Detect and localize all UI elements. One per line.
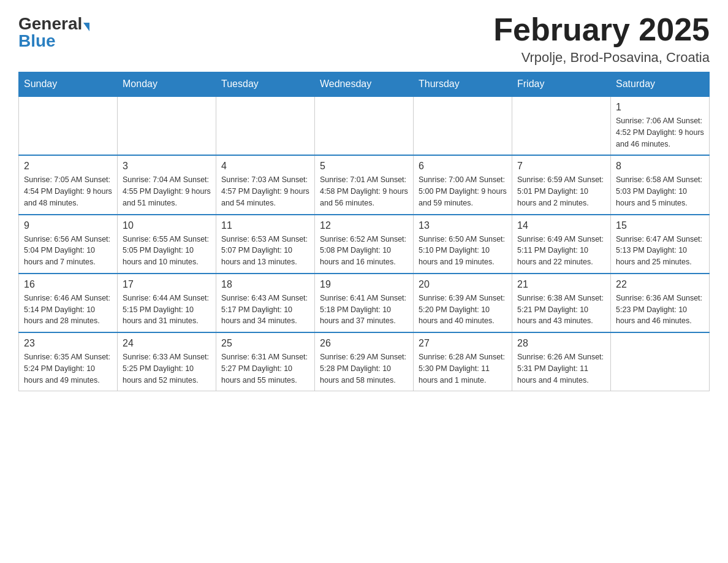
- day-info: Sunrise: 7:06 AM Sunset: 4:52 PM Dayligh…: [616, 115, 704, 150]
- day-number: 9: [24, 220, 112, 231]
- day-info: Sunrise: 6:59 AM Sunset: 5:01 PM Dayligh…: [517, 174, 605, 209]
- calendar-cell: 18Sunrise: 6:43 AM Sunset: 5:17 PM Dayli…: [216, 274, 315, 332]
- day-info: Sunrise: 6:41 AM Sunset: 5:18 PM Dayligh…: [320, 293, 408, 327]
- logo-blue-text: Blue: [18, 31, 56, 50]
- calendar-cell: 2Sunrise: 7:05 AM Sunset: 4:54 PM Daylig…: [19, 155, 118, 214]
- day-number: 19: [320, 279, 408, 290]
- calendar-cell: 20Sunrise: 6:39 AM Sunset: 5:20 PM Dayli…: [414, 274, 512, 332]
- calendar-cell: 5Sunrise: 7:01 AM Sunset: 4:58 PM Daylig…: [315, 155, 414, 214]
- day-number: 6: [419, 161, 507, 172]
- day-number: 1: [616, 102, 704, 113]
- day-number: 13: [419, 220, 507, 231]
- calendar-cell: 16Sunrise: 6:46 AM Sunset: 5:14 PM Dayli…: [19, 274, 118, 332]
- calendar-week-row: 1Sunrise: 7:06 AM Sunset: 4:52 PM Daylig…: [19, 96, 710, 155]
- day-info: Sunrise: 7:04 AM Sunset: 4:55 PM Dayligh…: [123, 174, 211, 209]
- calendar-cell: 7Sunrise: 6:59 AM Sunset: 5:01 PM Daylig…: [512, 155, 611, 214]
- calendar-cell: [414, 96, 512, 155]
- weekday-header: Saturday: [611, 72, 710, 97]
- calendar-cell: 3Sunrise: 7:04 AM Sunset: 4:55 PM Daylig…: [118, 155, 216, 214]
- day-number: 5: [320, 161, 408, 172]
- day-info: Sunrise: 6:53 AM Sunset: 5:07 PM Dayligh…: [221, 234, 309, 268]
- day-info: Sunrise: 6:46 AM Sunset: 5:14 PM Dayligh…: [24, 293, 112, 327]
- day-info: Sunrise: 6:36 AM Sunset: 5:23 PM Dayligh…: [616, 293, 704, 327]
- calendar-cell: 14Sunrise: 6:49 AM Sunset: 5:11 PM Dayli…: [512, 215, 611, 274]
- calendar-cell: [512, 96, 611, 155]
- calendar-cell: 6Sunrise: 7:00 AM Sunset: 5:00 PM Daylig…: [414, 155, 512, 214]
- day-number: 28: [517, 338, 605, 349]
- day-number: 15: [616, 220, 704, 231]
- day-info: Sunrise: 7:03 AM Sunset: 4:57 PM Dayligh…: [221, 174, 309, 209]
- weekday-header: Tuesday: [216, 72, 315, 97]
- day-number: 24: [123, 338, 211, 349]
- calendar-week-row: 16Sunrise: 6:46 AM Sunset: 5:14 PM Dayli…: [19, 274, 710, 332]
- day-info: Sunrise: 6:26 AM Sunset: 5:31 PM Dayligh…: [517, 351, 605, 386]
- calendar-header-row: SundayMondayTuesdayWednesdayThursdayFrid…: [19, 72, 710, 97]
- day-number: 16: [24, 279, 112, 290]
- day-number: 26: [320, 338, 408, 349]
- calendar-cell: 23Sunrise: 6:35 AM Sunset: 5:24 PM Dayli…: [19, 332, 118, 391]
- day-number: 14: [517, 220, 605, 231]
- logo-triangle-icon: [83, 23, 89, 31]
- day-number: 3: [123, 161, 211, 172]
- day-number: 10: [123, 220, 211, 231]
- calendar-cell: 4Sunrise: 7:03 AM Sunset: 4:57 PM Daylig…: [216, 155, 315, 214]
- calendar-cell: 15Sunrise: 6:47 AM Sunset: 5:13 PM Dayli…: [611, 215, 710, 274]
- title-block: February 2025 Vrpolje, Brod-Posavina, Cr…: [493, 12, 710, 66]
- day-number: 25: [221, 338, 309, 349]
- day-number: 27: [419, 338, 507, 349]
- weekday-header: Sunday: [19, 72, 118, 97]
- calendar-cell: 17Sunrise: 6:44 AM Sunset: 5:15 PM Dayli…: [118, 274, 216, 332]
- day-info: Sunrise: 6:49 AM Sunset: 5:11 PM Dayligh…: [517, 234, 605, 268]
- day-info: Sunrise: 7:01 AM Sunset: 4:58 PM Dayligh…: [320, 174, 408, 209]
- calendar-cell: 27Sunrise: 6:28 AM Sunset: 5:30 PM Dayli…: [414, 332, 512, 391]
- day-info: Sunrise: 6:31 AM Sunset: 5:27 PM Dayligh…: [221, 351, 309, 386]
- day-info: Sunrise: 6:50 AM Sunset: 5:10 PM Dayligh…: [419, 234, 507, 268]
- day-info: Sunrise: 6:29 AM Sunset: 5:28 PM Dayligh…: [320, 351, 408, 386]
- day-number: 2: [24, 161, 112, 172]
- logo-general-text: General: [18, 14, 82, 33]
- calendar-cell: 8Sunrise: 6:58 AM Sunset: 5:03 PM Daylig…: [611, 155, 710, 214]
- day-info: Sunrise: 6:56 AM Sunset: 5:04 PM Dayligh…: [24, 234, 112, 268]
- weekday-header: Thursday: [414, 72, 512, 97]
- day-number: 20: [419, 279, 507, 290]
- day-info: Sunrise: 6:55 AM Sunset: 5:05 PM Dayligh…: [123, 234, 211, 268]
- day-number: 17: [123, 279, 211, 290]
- calendar-cell: [216, 96, 315, 155]
- calendar-cell: 1Sunrise: 7:06 AM Sunset: 4:52 PM Daylig…: [611, 96, 710, 155]
- logo-blue-row: Blue: [18, 33, 56, 50]
- day-number: 12: [320, 220, 408, 231]
- calendar-cell: 9Sunrise: 6:56 AM Sunset: 5:04 PM Daylig…: [19, 215, 118, 274]
- calendar-cell: 12Sunrise: 6:52 AM Sunset: 5:08 PM Dayli…: [315, 215, 414, 274]
- day-number: 18: [221, 279, 309, 290]
- calendar-week-row: 9Sunrise: 6:56 AM Sunset: 5:04 PM Daylig…: [19, 215, 710, 274]
- calendar-table: SundayMondayTuesdayWednesdayThursdayFrid…: [18, 72, 710, 391]
- calendar-cell: [118, 96, 216, 155]
- calendar-week-row: 23Sunrise: 6:35 AM Sunset: 5:24 PM Dayli…: [19, 332, 710, 391]
- weekday-header: Monday: [118, 72, 216, 97]
- day-number: 23: [24, 338, 112, 349]
- day-info: Sunrise: 7:05 AM Sunset: 4:54 PM Dayligh…: [24, 174, 112, 209]
- day-number: 4: [221, 161, 309, 172]
- calendar-cell: 13Sunrise: 6:50 AM Sunset: 5:10 PM Dayli…: [414, 215, 512, 274]
- calendar-cell: 10Sunrise: 6:55 AM Sunset: 5:05 PM Dayli…: [118, 215, 216, 274]
- calendar-cell: [611, 332, 710, 391]
- day-info: Sunrise: 6:38 AM Sunset: 5:21 PM Dayligh…: [517, 293, 605, 327]
- calendar-cell: 26Sunrise: 6:29 AM Sunset: 5:28 PM Dayli…: [315, 332, 414, 391]
- day-info: Sunrise: 6:33 AM Sunset: 5:25 PM Dayligh…: [123, 351, 211, 386]
- location: Vrpolje, Brod-Posavina, Croatia: [493, 50, 710, 66]
- day-number: 21: [517, 279, 605, 290]
- day-number: 22: [616, 279, 704, 290]
- day-info: Sunrise: 7:00 AM Sunset: 5:00 PM Dayligh…: [419, 174, 507, 209]
- day-number: 8: [616, 161, 704, 172]
- calendar-cell: 22Sunrise: 6:36 AM Sunset: 5:23 PM Dayli…: [611, 274, 710, 332]
- page-header: General Blue February 2025 Vrpolje, Brod…: [18, 12, 710, 66]
- calendar-cell: [315, 96, 414, 155]
- calendar-cell: 25Sunrise: 6:31 AM Sunset: 5:27 PM Dayli…: [216, 332, 315, 391]
- calendar-cell: 19Sunrise: 6:41 AM Sunset: 5:18 PM Dayli…: [315, 274, 414, 332]
- weekday-header: Wednesday: [315, 72, 414, 97]
- day-info: Sunrise: 6:35 AM Sunset: 5:24 PM Dayligh…: [24, 351, 112, 386]
- calendar-cell: 24Sunrise: 6:33 AM Sunset: 5:25 PM Dayli…: [118, 332, 216, 391]
- weekday-header: Friday: [512, 72, 611, 97]
- day-info: Sunrise: 6:52 AM Sunset: 5:08 PM Dayligh…: [320, 234, 408, 268]
- calendar-cell: 11Sunrise: 6:53 AM Sunset: 5:07 PM Dayli…: [216, 215, 315, 274]
